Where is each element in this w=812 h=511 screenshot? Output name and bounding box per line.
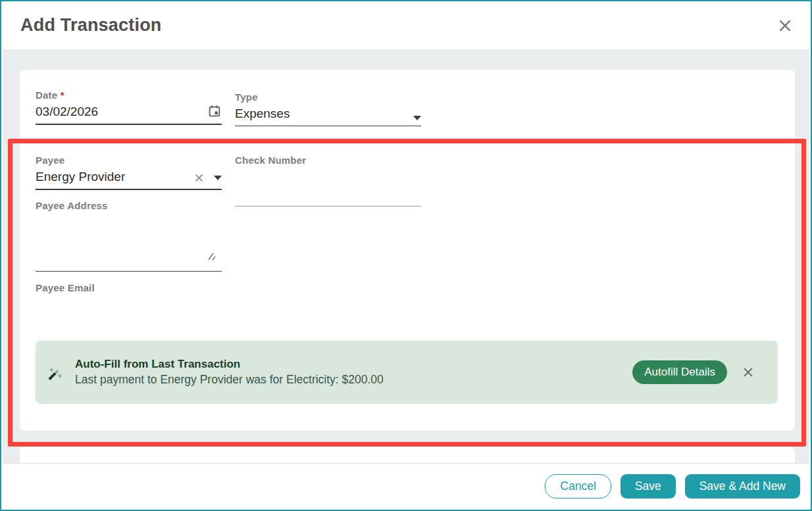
autofill-banner-message: Last payment to Energy Provider was for …: [75, 373, 384, 387]
dialog-close-button[interactable]: [774, 14, 796, 37]
dialog-footer: Cancel Save Save & Add New: [3, 463, 809, 508]
close-icon: [776, 17, 794, 34]
required-asterisk: *: [61, 89, 64, 101]
check-number-label: Check Number: [235, 155, 421, 166]
autofill-banner-text: Auto-Fill from Last Transaction Last pay…: [75, 358, 384, 387]
resize-handle-icon[interactable]: [207, 251, 218, 262]
payee-email-field: Payee Email: [36, 282, 222, 350]
date-field: Date *: [36, 89, 222, 125]
autofill-banner: Auto-Fill from Last Transaction Last pay…: [36, 341, 778, 404]
type-field: Type: [235, 91, 421, 126]
payee-address-label: Payee Address: [36, 200, 222, 211]
dialog-title: Add Transaction: [20, 15, 162, 36]
chevron-down-icon[interactable]: [214, 176, 222, 180]
chevron-down-icon[interactable]: [413, 116, 421, 120]
check-number-input[interactable]: [235, 183, 421, 206]
autofill-details-button[interactable]: Autofill Details: [632, 360, 727, 384]
close-icon: [742, 366, 755, 379]
dialog-header: Add Transaction: [3, 1, 809, 49]
date-input[interactable]: [36, 101, 222, 124]
type-label: Type: [235, 91, 421, 103]
payee-field: Payee: [36, 155, 222, 190]
date-label: Date *: [36, 89, 222, 101]
payee-label: Payee: [36, 155, 222, 166]
type-select[interactable]: [235, 103, 421, 126]
check-number-field: Check Number: [235, 155, 421, 207]
cancel-button[interactable]: Cancel: [545, 474, 611, 499]
calendar-icon[interactable]: [207, 104, 222, 118]
banner-dismiss-button[interactable]: [740, 364, 757, 381]
dialog-body: Date * Type: [3, 49, 809, 466]
payee-email-label: Payee Email: [36, 282, 222, 293]
magic-wand-icon: [45, 364, 64, 383]
date-label-text: Date: [36, 89, 57, 101]
add-transaction-dialog: Add Transaction Date *: [0, 0, 812, 511]
save-and-add-new-button[interactable]: Save & Add New: [685, 474, 800, 499]
save-button[interactable]: Save: [621, 474, 676, 499]
payee-address-field: Payee Address: [36, 200, 222, 272]
clear-icon[interactable]: [193, 172, 205, 183]
payee-address-textarea[interactable]: [36, 211, 222, 271]
transaction-form-card: Date * Type: [20, 70, 795, 431]
autofill-banner-title: Auto-Fill from Last Transaction: [75, 358, 384, 371]
